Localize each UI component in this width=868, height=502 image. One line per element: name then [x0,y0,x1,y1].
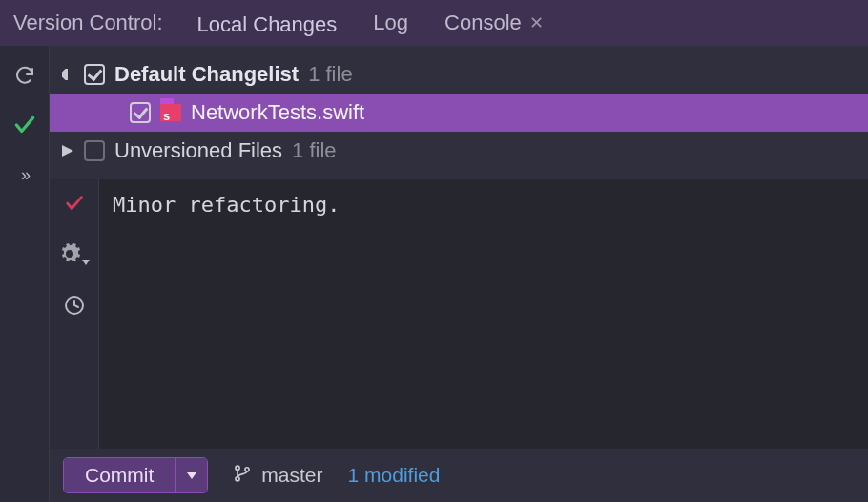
changes-tree: Default Changelist 1 file NetworkTests.s… [50,46,868,179]
commit-footer: Commit master 1 modified [50,449,868,502]
changelist-checkbox[interactable] [84,64,105,85]
unversioned-checkbox[interactable] [84,140,105,161]
unversioned-row[interactable]: Unversioned Files 1 file [50,132,868,170]
tab-log[interactable]: Log [371,5,410,41]
chevron-right-icon[interactable] [61,145,74,157]
unversioned-label: Unversioned Files [114,138,282,163]
swift-file-icon [160,104,181,121]
branch-icon [233,464,252,488]
file-checkbox[interactable] [130,102,151,123]
branch-indicator[interactable]: master [233,464,322,488]
changelist-label: Default Changelist [114,62,299,87]
tree-sidebar: » [0,46,50,502]
file-name: NetworkTests.swift [191,100,364,125]
svg-point-2 [236,476,239,480]
tab-local-changes[interactable]: Local Changes [196,7,340,52]
close-icon[interactable]: ✕ [529,12,544,33]
tab-console[interactable]: Console ✕ [443,5,546,41]
refresh-icon[interactable] [12,63,37,88]
vcs-title: Version Control: [13,10,163,35]
history-icon[interactable] [63,294,86,321]
chevron-down-icon[interactable] [61,69,74,80]
changelist-count: 1 file [308,62,352,87]
vcs-tabbar: Version Control: Local Changes Log Conso… [0,0,868,46]
commit-dropdown-icon[interactable] [175,458,207,492]
svg-point-1 [236,466,239,470]
expand-icon[interactable]: » [12,162,37,187]
amend-check-icon[interactable] [64,193,85,218]
commit-message-area: Minor refactoring. [99,179,868,449]
gear-icon[interactable] [58,242,89,269]
branch-name: master [261,464,322,487]
commit-message-input[interactable]: Minor refactoring. [113,193,855,435]
tab-console-label: Console [444,10,522,35]
file-row[interactable]: NetworkTests.swift [50,94,868,132]
commit-check-icon[interactable] [12,113,37,137]
unversioned-count: 1 file [292,138,336,163]
commit-button[interactable]: Commit [63,457,208,493]
commit-sidebar [50,179,99,449]
status-modified[interactable]: 1 modified [348,464,441,487]
commit-button-label: Commit [64,458,175,492]
changelist-default[interactable]: Default Changelist 1 file [50,55,868,94]
svg-point-3 [245,467,249,471]
